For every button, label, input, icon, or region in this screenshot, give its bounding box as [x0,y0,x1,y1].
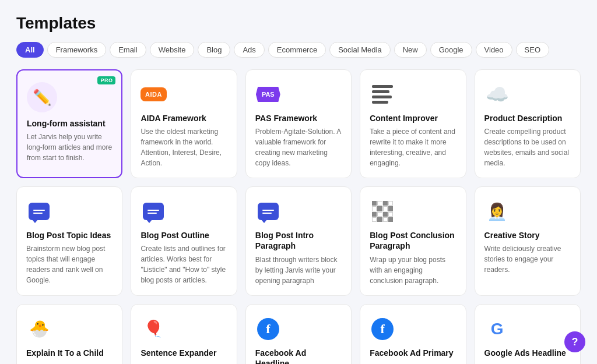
card-description: Write deliciously creative stories to en… [484,243,571,275]
card-description: Blast through writers block by letting J… [255,255,342,286]
templates-grid: PRO✏️Long-form assistantLet Jarvis help … [16,69,581,364]
card-description: Problem-Agitate-Solution. A valuable fra… [255,126,342,168]
card-description: Wrap up your blog posts with an engaging… [370,255,456,286]
filter-btn-blog[interactable]: Blog [198,42,230,58]
chat-bubble-icon [258,203,279,220]
filter-btn-social-media[interactable]: Social Media [329,42,390,58]
card-long-form-assistant[interactable]: PRO✏️Long-form assistantLet Jarvis help … [16,69,122,178]
google-icon: G [491,320,504,338]
card-creative-story[interactable]: 👩‍💼Creative StoryWrite deliciously creat… [475,186,581,295]
card-description: Create compelling product descriptions t… [484,126,571,168]
filter-btn-video[interactable]: Video [476,42,512,58]
card-content-improver[interactable]: Content ImproverTake a piece of content … [360,69,466,178]
filter-btn-ecommerce[interactable]: Ecommerce [268,42,326,58]
card-description: Let Jarvis help you write long-form arti… [27,132,112,163]
card-title: Facebook Ad Headline [255,348,342,364]
content-lines-icon [372,85,393,104]
card-product-description[interactable]: ☁️Product DescriptionCreate compelling p… [475,69,581,178]
card-explain-it-to-a-child[interactable]: 🐣Explain It To a Child [16,304,122,364]
card-title: Blog Post Conclusion Paragraph [370,230,456,251]
card-google-ads-headline[interactable]: GGoogle Ads Headline [475,304,581,364]
card-description: Create lists and outlines for articles. … [141,243,227,285]
card-blog-post-intro-paragraph[interactable]: Blog Post Intro ParagraphBlast through w… [245,186,352,295]
card-description: Take a piece of content and rewrite it t… [370,126,456,168]
help-button[interactable]: ? [564,331,585,352]
card-blog-post-conclusion-paragraph[interactable]: Blog Post Conclusion ParagraphWrap up yo… [360,186,466,295]
card-blog-post-outline[interactable]: Blog Post OutlineCreate lists and outlin… [131,186,237,295]
filter-btn-google[interactable]: Google [430,42,472,58]
filter-btn-new[interactable]: New [394,42,427,58]
card-pas-framework[interactable]: PASPAS FrameworkProblem-Agitate-Solution… [245,69,352,178]
facebook-icon: f [257,318,279,340]
card-blog-post-topic-ideas[interactable]: Blog Post Topic IdeasBrainstorm new blog… [16,186,122,295]
card-sentence-expander[interactable]: 🎈Sentence Expander [131,304,237,364]
card-aida-framework[interactable]: AIDAAIDA FrameworkUse the oldest marketi… [131,69,237,178]
card-title: Facebook Ad Primary [370,348,456,358]
filter-btn-website[interactable]: Website [150,42,195,58]
pro-badge: PRO [97,76,115,84]
card-title: Sentence Expander [141,348,227,358]
card-title: Explain It To a Child [26,348,113,358]
card-title: AIDA Framework [141,113,227,123]
card-title: Blog Post Outline [141,230,227,241]
filter-btn-ads[interactable]: Ads [234,42,264,58]
card-title: Blog Post Intro Paragraph [255,230,342,251]
facebook-icon: f [371,318,394,340]
card-title: PAS Framework [255,113,342,123]
card-title: Blog Post Topic Ideas [26,230,113,241]
card-facebook-ad-headline[interactable]: fFacebook Ad Headline [245,304,352,364]
card-title: Product Description [484,113,571,123]
card-description: Use the oldest marketing framework in th… [141,126,227,168]
filter-bar: AllFrameworksEmailWebsiteBlogAdsEcommerc… [16,42,581,58]
card-description: Brainstorm new blog post topics that wil… [26,243,113,285]
chat-bubble-icon [143,203,164,220]
filter-btn-seo[interactable]: SEO [516,42,549,58]
card-facebook-ad-primary[interactable]: fFacebook Ad Primary [360,304,466,364]
filter-btn-frameworks[interactable]: Frameworks [47,42,107,58]
card-title: Content Improver [370,113,456,123]
card-title: Creative Story [484,230,571,241]
checkerboard-icon [372,201,393,222]
card-title: Google Ads Headline [484,348,571,358]
page-title: Templates [16,14,581,33]
chat-bubble-icon [29,203,50,220]
filter-btn-all[interactable]: All [16,42,44,58]
filter-btn-email[interactable]: Email [110,42,146,58]
card-title: Long-form assistant [27,118,112,129]
